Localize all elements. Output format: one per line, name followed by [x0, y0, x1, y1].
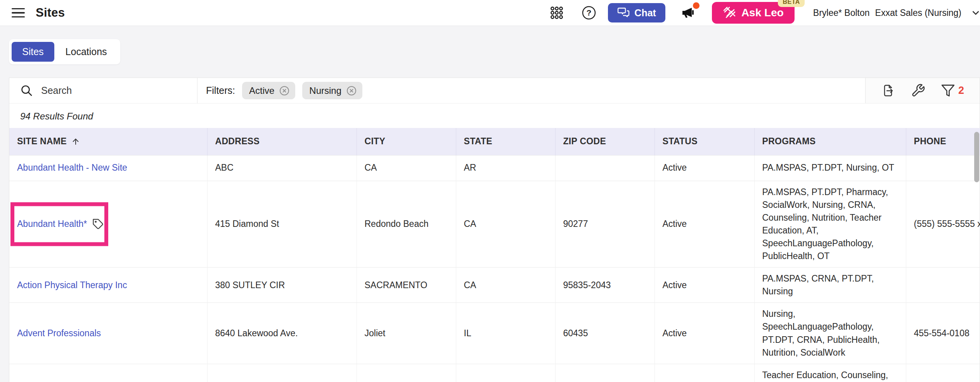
account-name: Exxat Sales (Nursing) — [875, 8, 961, 18]
cell-status: Active — [654, 268, 754, 303]
table-row: Alexander Family Services 7 Park Street … — [9, 364, 980, 382]
search-input[interactable]: Search — [9, 78, 197, 103]
cell-address: 8640 Lakewood Ave. — [207, 303, 357, 364]
column-header-status[interactable]: STATUS — [654, 128, 754, 155]
cell-status: Active — [654, 155, 754, 181]
cell-status: Active — [654, 303, 754, 364]
chat-button-label: Chat — [634, 7, 656, 19]
cell-status: Active — [654, 364, 754, 382]
filter-count-badge: 2 — [958, 85, 964, 97]
table-header-row: SITE NAME ADDRESS CITY STATE ZIP CODE ST… — [9, 128, 980, 155]
column-header-address[interactable]: ADDRESS — [207, 128, 357, 155]
results-summary: 94 Results Found — [9, 104, 980, 128]
cell-city: Redondo Beach — [357, 181, 456, 268]
cell-zip: 95835-2043 — [555, 268, 654, 303]
cell-zip — [555, 155, 654, 181]
cell-phone: (555) 555-5555 x42 — [906, 181, 980, 268]
ask-leo-button[interactable]: Ask Leo BETA — [712, 2, 795, 24]
help-icon[interactable]: ? — [582, 5, 596, 20]
search-icon — [20, 84, 33, 97]
leo-logo-icon — [723, 6, 736, 19]
beta-badge: BETA — [778, 0, 804, 7]
hamburger-menu-icon[interactable] — [12, 8, 25, 18]
apps-grid-icon[interactable] — [550, 6, 564, 20]
vertical-scrollbar-thumb[interactable] — [974, 132, 979, 182]
svg-text:?: ? — [587, 8, 592, 17]
chat-bubbles-icon — [617, 7, 630, 19]
filter-chip-active[interactable]: Active — [242, 82, 295, 99]
cell-zip: 60435 — [555, 303, 654, 364]
cell-city: Tewksbury — [357, 364, 456, 382]
sites-table: SITE NAME ADDRESS CITY STATE ZIP CODE ST… — [9, 128, 980, 382]
site-link[interactable]: Action Physical Therapy Inc — [17, 280, 127, 290]
ask-leo-label: Ask Leo — [741, 7, 784, 19]
cell-phone: 455-554-0108 — [906, 303, 980, 364]
settings-wrench-icon[interactable] — [911, 83, 925, 98]
cell-phone: 916-670-3980 x421 — [906, 364, 980, 382]
cell-phone — [906, 268, 980, 303]
user-menu[interactable]: Brylee* Bolton Exxat Sales (Nursing) — [813, 8, 961, 18]
cell-zip: 60192 — [555, 364, 654, 382]
table-row: Abundant Health - New Site ABC CA AR Act… — [9, 155, 980, 181]
remove-filter-icon[interactable] — [279, 85, 290, 96]
site-link[interactable]: Advent Professionals — [17, 328, 101, 338]
cell-programs: Nursing, SpeechLanguagePathology, PT.DPT… — [754, 303, 906, 364]
filters-label: Filters: — [206, 85, 235, 96]
search-placeholder: Search — [41, 85, 72, 96]
site-link[interactable]: Abundant Health - New Site — [17, 162, 127, 173]
cell-programs: PA.MSPAS, PT.DPT, Pharmacy, SocialWork, … — [754, 181, 906, 268]
view-switcher: Sites Locations — [9, 39, 120, 64]
notification-dot — [693, 2, 700, 9]
tab-sites[interactable]: Sites — [12, 42, 54, 62]
sort-ascending-icon — [71, 137, 80, 146]
tag-icon[interactable] — [92, 218, 104, 230]
cell-state: CA — [456, 181, 555, 268]
table-actions: 2 — [865, 78, 980, 103]
cell-programs: PA.MSPAS, PT.DPT, Nursing, OT — [754, 155, 906, 181]
cell-address: ABC — [207, 155, 357, 181]
cell-address: 380 SUTLEY CIR — [207, 268, 357, 303]
remove-filter-icon[interactable] — [346, 85, 357, 96]
page-title: Sites — [36, 6, 65, 20]
cell-programs: PA.MSPAS, CRNA, PT.DPT, Nursing — [754, 268, 906, 303]
filter-chip-label: Nursing — [309, 85, 341, 96]
cell-state: IL — [456, 303, 555, 364]
filter-chip-nursing[interactable]: Nursing — [302, 82, 362, 99]
column-label: SITE NAME — [17, 136, 67, 147]
column-header-state[interactable]: STATE — [456, 128, 555, 155]
top-bar: Sites ? Chat — [0, 0, 980, 26]
column-header-zip-code[interactable]: ZIP CODE — [555, 128, 654, 155]
cell-city: SACRAMENTO — [357, 268, 456, 303]
column-header-programs[interactable]: PROGRAMS — [754, 128, 906, 155]
column-header-city[interactable]: CITY — [357, 128, 456, 155]
table-row: Action Physical Therapy Inc 380 SUTLEY C… — [9, 268, 980, 303]
cell-address: 7 Park Street — [207, 364, 357, 382]
cell-zip: 90277 — [555, 181, 654, 268]
cell-phone — [906, 155, 980, 181]
cell-city: Joliet — [357, 303, 456, 364]
cell-programs: Teacher Education, Counseling, SpeechLan… — [754, 364, 906, 382]
cell-status: Active — [654, 181, 754, 268]
filter-chip-label: Active — [249, 85, 274, 96]
tab-locations[interactable]: Locations — [55, 42, 118, 62]
site-link[interactable]: Abundant Health* — [17, 218, 87, 230]
chevron-down-icon[interactable] — [970, 7, 980, 19]
column-header-phone[interactable]: PHONE — [906, 128, 980, 155]
cell-state: AR — [456, 155, 555, 181]
active-filters: Filters: Active Nursing — [197, 78, 865, 103]
filter-funnel-icon[interactable]: 2 — [941, 83, 964, 98]
chat-button[interactable]: Chat — [608, 3, 665, 22]
cell-state: CA — [456, 268, 555, 303]
sites-panel: Search Filters: Active Nursing — [9, 78, 980, 382]
table-row: Advent Professionals 8640 Lakewood Ave. … — [9, 303, 980, 364]
cell-address: 415 Diamond St — [207, 181, 357, 268]
user-name: Brylee* Bolton — [813, 8, 870, 18]
cell-state: MA — [456, 364, 555, 382]
table-row: Abundant Health* 415 Diamond St Redondo … — [9, 181, 980, 268]
column-header-site-name[interactable]: SITE NAME — [9, 128, 207, 155]
export-icon[interactable] — [881, 83, 895, 98]
announcements-megaphone-icon[interactable] — [679, 5, 696, 21]
toolbar-row: Search Filters: Active Nursing — [9, 78, 980, 104]
cell-city: CA — [357, 155, 456, 181]
